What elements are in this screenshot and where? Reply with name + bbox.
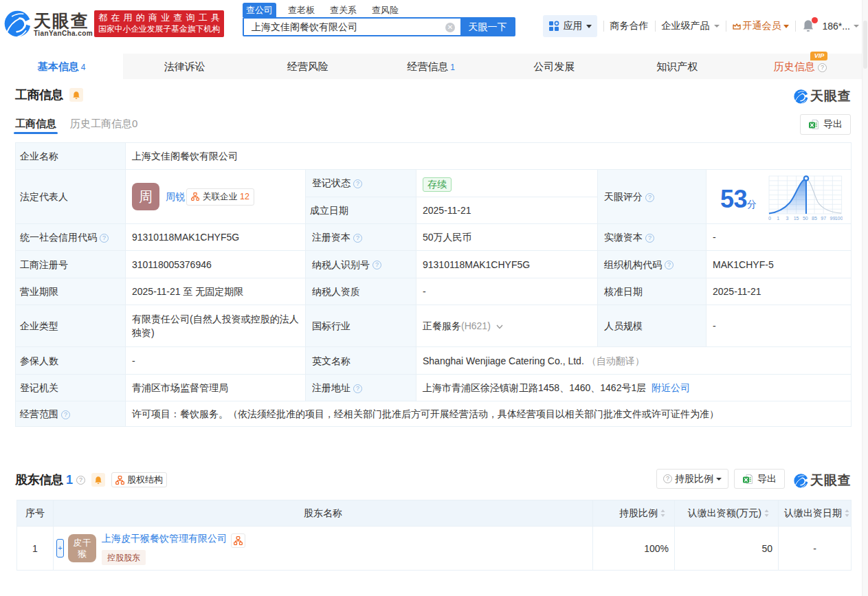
svg-text:3: 3	[786, 216, 788, 221]
svg-text:1: 1	[777, 216, 779, 221]
svg-text:85: 85	[812, 216, 817, 221]
svg-text:15: 15	[794, 216, 799, 221]
svg-text:97: 97	[821, 216, 826, 221]
svg-text:100: 100	[835, 216, 843, 221]
svg-text:0: 0	[768, 216, 771, 221]
svg-text:50: 50	[803, 216, 808, 221]
